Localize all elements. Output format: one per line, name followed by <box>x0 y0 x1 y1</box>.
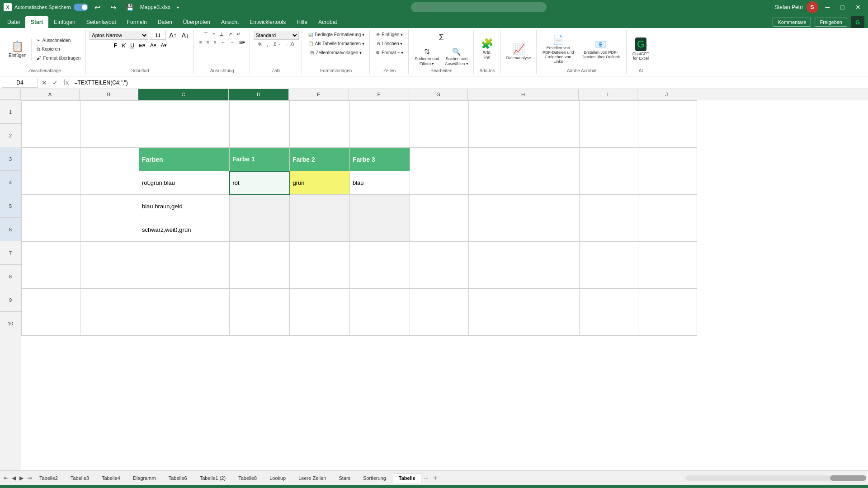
col-header-f[interactable]: F <box>349 89 409 100</box>
tab-acrobat[interactable]: Acrobat <box>313 16 342 28</box>
row-header-9[interactable]: 9 <box>0 288 21 312</box>
tab-menu-btn[interactable]: ··· <box>422 474 430 482</box>
save-btn[interactable]: 💾 <box>123 2 137 13</box>
cell-reference[interactable] <box>2 78 38 88</box>
sheet-tab-stars[interactable]: Stars <box>333 473 356 483</box>
kommentare-btn[interactable]: Kommentare <box>773 18 811 27</box>
cell-c6[interactable]: schwarz,weiß,grün <box>139 218 230 242</box>
align-bottom-btn[interactable]: ⊥ <box>218 31 226 38</box>
cell-g10[interactable] <box>410 312 469 336</box>
cell-g9[interactable] <box>410 289 469 312</box>
cell-e9[interactable] <box>290 289 350 312</box>
row-header-10[interactable]: 10 <box>0 312 21 335</box>
undo-btn[interactable]: ↩ <box>91 1 104 14</box>
cell-a5[interactable] <box>22 195 80 218</box>
col-header-c[interactable]: C <box>138 89 229 100</box>
cell-e4[interactable]: grün <box>290 171 350 195</box>
format-table-btn[interactable]: 📋 Als Tabelle formatieren ▾ <box>306 40 367 47</box>
tab-hilfe[interactable]: Hilfe <box>291 16 313 28</box>
cell-d8[interactable] <box>230 265 290 289</box>
row-header-2[interactable]: 2 <box>0 124 21 147</box>
cell-b3[interactable] <box>80 148 139 171</box>
chatgpt-btn[interactable]: G <box>851 16 864 28</box>
cell-i2[interactable] <box>580 124 638 148</box>
cell-h2[interactable] <box>469 124 580 148</box>
cell-f9[interactable] <box>350 289 410 312</box>
cell-b7[interactable] <box>80 242 139 265</box>
cell-a4[interactable] <box>22 171 80 195</box>
cell-g2[interactable] <box>410 124 469 148</box>
search-input[interactable] <box>411 2 547 12</box>
cell-h1[interactable] <box>469 101 580 124</box>
align-center-btn[interactable]: ≡ <box>205 39 211 46</box>
sheet-tab-tabelle4[interactable]: Tabelle4 <box>96 473 126 483</box>
fill-color-btn[interactable]: A▾ <box>148 42 158 49</box>
cell-j4[interactable] <box>638 171 697 195</box>
italic-btn[interactable]: K <box>120 41 127 50</box>
freigeben-btn[interactable]: Freigeben <box>815 18 847 27</box>
cell-j6[interactable] <box>638 218 697 242</box>
chatgpt-excel-btn[interactable]: G ChatGPTfor Excel <box>630 35 652 63</box>
underline-btn[interactable]: U <box>128 41 136 50</box>
col-header-b[interactable]: B <box>80 89 138 100</box>
cell-h3[interactable] <box>469 148 580 171</box>
format-painter-btn[interactable]: 🖌 Format übertragen <box>34 54 83 62</box>
datenanalyse-btn[interactable]: 📈 Datenanalyse <box>504 41 533 62</box>
col-header-d[interactable]: D <box>229 89 289 100</box>
cell-j2[interactable] <box>638 124 697 148</box>
cell-c9[interactable] <box>139 289 230 312</box>
row-header-8[interactable]: 8 <box>0 265 21 288</box>
cell-i9[interactable] <box>580 289 638 312</box>
cell-i6[interactable] <box>580 218 638 242</box>
cell-i3[interactable] <box>580 148 638 171</box>
cell-j10[interactable] <box>638 312 697 336</box>
cell-g8[interactable] <box>410 265 469 289</box>
copy-btn[interactable]: ⧉ Kopieren <box>34 45 83 53</box>
cell-e8[interactable] <box>290 265 350 289</box>
text-angle-btn[interactable]: ↗ <box>226 31 234 38</box>
cell-a8[interactable] <box>22 265 80 289</box>
indent-decrease-btn[interactable]: ← <box>219 39 227 46</box>
cell-h9[interactable] <box>469 289 580 312</box>
horizontal-scrollbar[interactable] <box>685 475 866 481</box>
row-header-5[interactable]: 5 <box>0 194 21 218</box>
cell-b6[interactable] <box>80 218 139 242</box>
cell-a6[interactable] <box>22 218 80 242</box>
cell-b10[interactable] <box>80 312 139 336</box>
cell-c4[interactable]: rot,grün,blau <box>139 171 230 195</box>
row-header-3[interactable]: 3 <box>0 147 21 171</box>
cell-f10[interactable] <box>350 312 410 336</box>
cell-j8[interactable] <box>638 265 697 289</box>
close-btn[interactable]: ✕ <box>852 2 864 13</box>
cell-a2[interactable] <box>22 124 80 148</box>
tab-ansicht[interactable]: Ansicht <box>216 16 244 28</box>
align-middle-btn[interactable]: ≡ <box>211 31 217 38</box>
cell-e3[interactable]: Farbe 2 <box>290 148 350 171</box>
cell-b9[interactable] <box>80 289 139 312</box>
font-select[interactable]: Aptos Narrow <box>90 31 148 40</box>
cell-d2[interactable] <box>230 124 290 148</box>
sheet-tab-tabelle1-2[interactable]: Tabelle1 (2) <box>194 473 231 483</box>
font-color-btn[interactable]: A▾ <box>159 42 169 49</box>
cell-styles-btn[interactable]: ⊞ Zellenformatvorlagen ▾ <box>308 49 364 56</box>
sheet-tab-tabelle3[interactable]: Tabelle3 <box>65 473 95 483</box>
cell-j7[interactable] <box>638 242 697 265</box>
pdf-share-btn[interactable]: 📧 Erstellen von PDF-Dateien über Outlook <box>578 38 623 61</box>
formula-confirm-btn[interactable]: ✓ <box>51 78 60 87</box>
align-right-btn[interactable]: ≡ <box>212 39 218 46</box>
cell-g7[interactable] <box>410 242 469 265</box>
sheet-tab-diagramm[interactable]: Diagramm <box>127 473 162 483</box>
cell-a9[interactable] <box>22 289 80 312</box>
merge-btn[interactable]: ⊞▾ <box>237 39 247 46</box>
cell-h6[interactable] <box>469 218 580 242</box>
cell-i1[interactable] <box>580 101 638 124</box>
decimal-decrease-btn[interactable]: ←.0 <box>283 41 295 48</box>
decimal-increase-btn[interactable]: .0→ <box>271 41 283 48</box>
tab-nav-next-next[interactable]: ⇥ <box>25 474 33 482</box>
cut-btn[interactable]: ✂ Ausschneiden <box>34 37 83 44</box>
autosum-btn[interactable]: Σ <box>431 31 451 45</box>
cell-b2[interactable] <box>80 124 139 148</box>
cell-e10[interactable] <box>290 312 350 336</box>
align-left-btn[interactable]: ≡ <box>198 39 204 46</box>
wrap-text-btn[interactable]: ↵ <box>235 31 242 38</box>
